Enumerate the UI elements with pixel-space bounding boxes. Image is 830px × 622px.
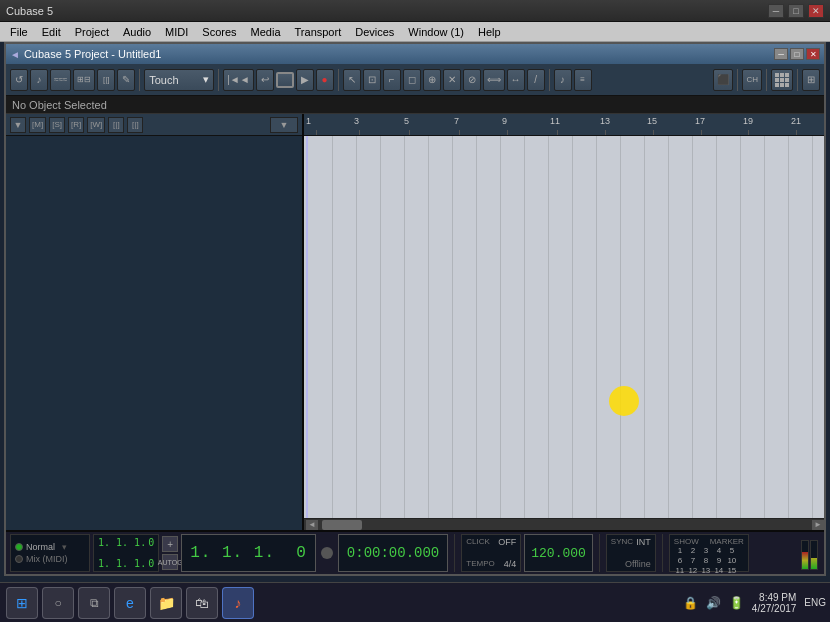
mix-led — [15, 555, 23, 563]
menu-help[interactable]: Help — [472, 25, 507, 39]
horizontal-scrollbar[interactable]: ◄ ► — [304, 518, 824, 530]
toolbar-grid2-icon[interactable]: ⊞ — [802, 69, 820, 91]
toolbar-erase-btn[interactable]: ◻ — [403, 69, 421, 91]
menu-edit[interactable]: Edit — [36, 25, 67, 39]
toolbar-draw-btn[interactable]: ⌐ — [383, 69, 401, 91]
pos-row-1: 1. 1. 1. 0 — [98, 537, 154, 548]
toolbar-grid-icon[interactable] — [771, 69, 793, 91]
edge-button[interactable]: e — [114, 587, 146, 619]
track-header-btn-2[interactable]: [M] — [29, 117, 46, 133]
ruler-mark-11: 11 — [550, 116, 560, 126]
sync-int: INT — [636, 537, 651, 547]
grid-line-v-4 — [404, 136, 405, 518]
toolbar-wave-btn[interactable]: ≈≈≈ — [50, 69, 71, 91]
start-button[interactable]: ⊞ — [6, 587, 38, 619]
toolbar-speaker2-btn[interactable]: ♪ — [554, 69, 572, 91]
track-header-btn-1[interactable]: ▼ — [10, 117, 26, 133]
ruler-mark-19: 19 — [743, 116, 753, 126]
toolbar-scrub-btn[interactable]: ↔ — [507, 69, 525, 91]
folder-button[interactable]: 📁 — [150, 587, 182, 619]
close-btn[interactable]: ✕ — [808, 4, 824, 18]
toolbar-split-btn[interactable]: ⊘ — [463, 69, 481, 91]
toolbar-play-btn[interactable]: ▶ — [296, 69, 314, 91]
menu-media[interactable]: Media — [245, 25, 287, 39]
toolbar-prev-btn[interactable]: ↩ — [256, 69, 274, 91]
toolbar-glue-btn[interactable]: ⟺ — [483, 69, 505, 91]
ruler-mark-3: 3 — [354, 116, 359, 126]
toolbar-zoom-btn[interactable]: ⊕ — [423, 69, 441, 91]
ruler-mark-9: 9 — [502, 116, 507, 126]
status-text: No Object Selected — [12, 99, 107, 111]
search-button[interactable]: ○ — [42, 587, 74, 619]
grid-line-v-3 — [380, 136, 381, 518]
toolbar-loop-btn[interactable]: ↺ — [10, 69, 28, 91]
menu-audio[interactable]: Audio — [117, 25, 157, 39]
autog-btn[interactable]: AUTOG — [162, 554, 178, 570]
toolbar-mute-btn[interactable]: ✕ — [443, 69, 461, 91]
toolbar-range-btn[interactable]: ⊡ — [363, 69, 381, 91]
toolbar-speaker-btn[interactable]: ♪ — [30, 69, 48, 91]
menu-transport[interactable]: Transport — [289, 25, 348, 39]
track-panel: ▼ [M] [S] [R] [W] [|] [|] ▼ — [6, 114, 304, 530]
toolbar-line-btn[interactable]: / — [527, 69, 545, 91]
taskview-icon: ⧉ — [90, 596, 99, 610]
project-close-btn[interactable]: ✕ — [806, 48, 820, 60]
toolbar-grid-type-btn[interactable]: [|] — [97, 69, 115, 91]
plus-btn[interactable]: + — [162, 536, 178, 552]
project-min-btn[interactable]: ─ — [774, 48, 788, 60]
toolbar-select-btn[interactable]: ↖ — [343, 69, 361, 91]
pos-bars-1: 1. 1. 1. — [98, 537, 146, 548]
toolbar-eq-btn[interactable]: ≡ — [574, 69, 592, 91]
menu-scores[interactable]: Scores — [196, 25, 242, 39]
grid-line-v-16 — [692, 136, 693, 518]
track-header-btn-8[interactable]: ▼ — [270, 117, 298, 133]
mg-6: 6 — [674, 556, 686, 565]
cubase-taskbar-button[interactable]: ♪ — [222, 587, 254, 619]
sync-label: SYNC — [611, 537, 633, 547]
menu-file[interactable]: File — [4, 25, 34, 39]
transport-sep-2 — [599, 534, 600, 572]
track-header-btn-4[interactable]: [R] — [68, 117, 84, 133]
store-button[interactable]: 🛍 — [186, 587, 218, 619]
maximize-btn[interactable]: □ — [788, 4, 804, 18]
project-title: Cubase 5 Project - Untitled1 — [24, 48, 162, 60]
track-header-btn-5[interactable]: [W] — [87, 117, 105, 133]
toolbar-snap-btn[interactable]: ⊞⊟ — [73, 69, 95, 91]
toolbar-sep-7 — [797, 69, 798, 91]
touch-dropdown[interactable]: Touch ▾ — [144, 69, 214, 91]
mg-4: 4 — [713, 546, 725, 555]
status-bar: No Object Selected — [6, 96, 824, 114]
ruler-mark-1: 1 — [306, 116, 311, 126]
toolbar-channel-btn[interactable]: CH — [742, 69, 762, 91]
project-max-btn[interactable]: □ — [790, 48, 804, 60]
grid-line-v-8 — [500, 136, 501, 518]
marker-grid: 1 2 3 4 5 6 7 8 9 10 11 12 13 14 15 — [674, 546, 744, 575]
track-header-btn-3[interactable]: [S] — [49, 117, 65, 133]
track-header-btn-6[interactable]: [|] — [108, 117, 124, 133]
arrange-tracks[interactable] — [304, 136, 824, 518]
track-header-btn-7[interactable]: [|] — [127, 117, 143, 133]
ruler: 1 3 5 7 9 11 13 15 17 19 21 — [304, 114, 824, 136]
menu-project[interactable]: Project — [69, 25, 115, 39]
project-window-controls: ─ □ ✕ — [774, 48, 820, 60]
minimize-btn[interactable]: ─ — [768, 4, 784, 18]
toolbar-sep-4 — [549, 69, 550, 91]
toolbar-sep-2 — [218, 69, 219, 91]
toolbar-color-btn[interactable]: ⬛ — [713, 69, 733, 91]
arrange-area[interactable]: 1 3 5 7 9 11 13 15 17 19 21 — [304, 114, 824, 530]
bpm-display: 120.000 — [524, 534, 593, 572]
grid-line-v-7 — [476, 136, 477, 518]
scroll-right-btn[interactable]: ► — [812, 520, 824, 530]
scroll-left-btn[interactable]: ◄ — [306, 520, 318, 530]
sync-row: SYNC INT — [611, 537, 651, 547]
taskview-button[interactable]: ⧉ — [78, 587, 110, 619]
menu-devices[interactable]: Devices — [349, 25, 400, 39]
mg-8: 8 — [700, 556, 712, 565]
menu-window[interactable]: Window (1) — [402, 25, 470, 39]
toolbar-pencil-btn[interactable]: ✎ — [117, 69, 135, 91]
scroll-thumb[interactable] — [322, 520, 362, 530]
toolbar-rewind-btn[interactable]: |◄◄ — [223, 69, 253, 91]
toolbar-square-btn[interactable] — [276, 72, 294, 88]
menu-midi[interactable]: MIDI — [159, 25, 194, 39]
toolbar-record-btn[interactable]: ● — [316, 69, 334, 91]
